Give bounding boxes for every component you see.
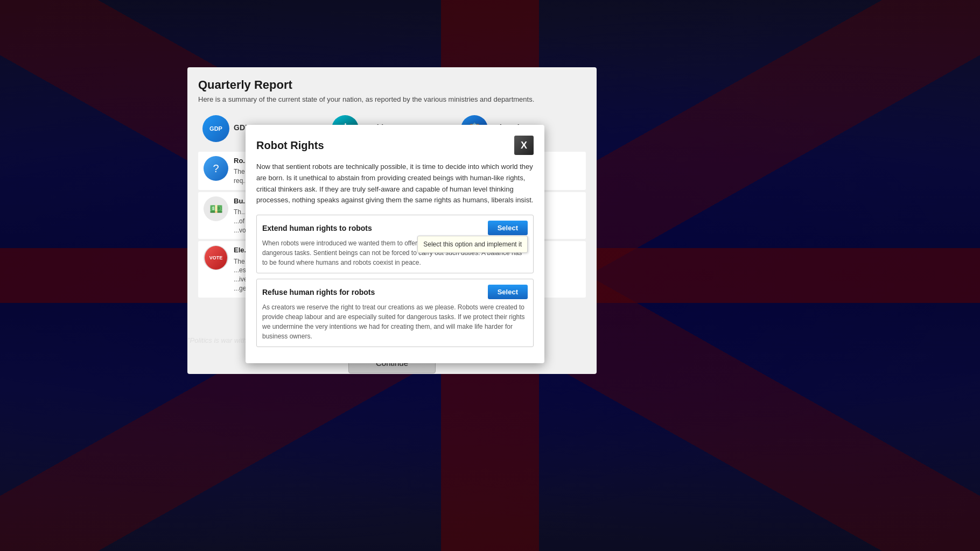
robot-rights-modal: Robot Rights X Now that sentient robots … (246, 125, 544, 363)
vote-icon: VOTE (204, 245, 228, 270)
option-refuse-title: Refuse human rights for robots (262, 288, 375, 296)
question-icon: ? (204, 156, 228, 181)
panel-title: Quarterly Report (198, 78, 586, 92)
option-refuse-header: Refuse human rights for robots Select (262, 285, 528, 299)
select-extend-button[interactable]: Select (488, 221, 528, 235)
gdp-icon: GDP (202, 115, 229, 142)
modal-title: Robot Rights (256, 139, 324, 152)
select-refuse-button[interactable]: Select (488, 285, 528, 299)
option-extend: Extend human rights to robots Select Whe… (256, 215, 534, 273)
option-refuse: Refuse human rights for robots Select As… (256, 279, 534, 347)
panel-subtitle: Here is a summary of the current state o… (198, 95, 586, 103)
tooltip: Select this option and implement it (417, 236, 528, 253)
option-refuse-text: As creators we reserve the right to trea… (262, 302, 528, 341)
option-extend-header: Extend human rights to robots Select (262, 221, 528, 235)
option-extend-title: Extend human rights to robots (262, 224, 372, 232)
modal-header: Robot Rights X (256, 136, 534, 155)
modal-body-text: Now that sentient robots are technically… (256, 161, 534, 206)
modal-close-button[interactable]: X (514, 136, 534, 155)
money-icon: 💵 (204, 196, 228, 221)
